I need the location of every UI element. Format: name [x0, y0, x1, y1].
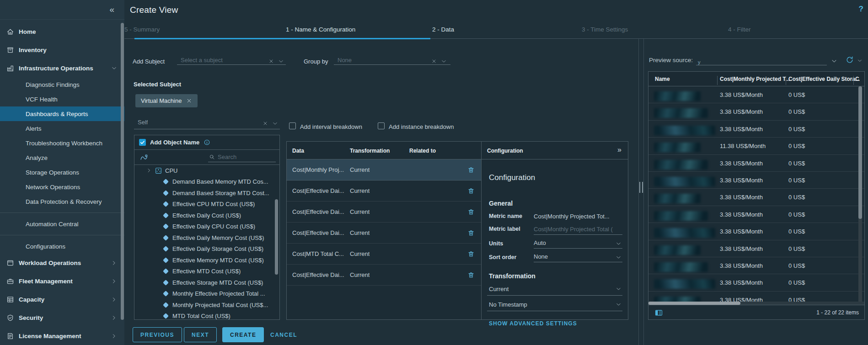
add-subject-combobox[interactable]: Select a subject: [177, 55, 286, 65]
table-row[interactable]: 3.38 US$/Month 0 US$: [648, 86, 864, 103]
remove-subject-icon[interactable]: [186, 98, 192, 104]
units-select[interactable]: Auto: [534, 239, 622, 249]
table-row[interactable]: 3.38 US$/Month 0 US$: [648, 257, 864, 274]
sort-order-select[interactable]: None: [534, 253, 622, 262]
add-object-name-checkbox[interactable]: [139, 139, 146, 146]
chevron-down-icon[interactable]: [857, 58, 863, 64]
wizard-step[interactable]: 1 - Name & Configuration: [286, 26, 355, 33]
create-button[interactable]: CREATE: [222, 327, 264, 342]
clear-icon[interactable]: [263, 121, 268, 126]
table-row[interactable]: 3.38 US$/Month 0 US$: [648, 155, 864, 172]
preview-horizontal-scrollbar[interactable]: [648, 302, 864, 305]
table-row[interactable]: 3.38 US$/Month 0 US$: [648, 206, 864, 223]
sidebar-item[interactable]: Dashboards & Reports: [0, 106, 124, 121]
metric-tree-item[interactable]: Effective Daily Cost (US$): [134, 210, 279, 221]
delete-icon[interactable]: [467, 250, 475, 258]
table-row[interactable]: Cost|Effective Dai... Current: [287, 180, 481, 202]
delete-icon[interactable]: [467, 271, 475, 279]
sidebar-collapse-icon[interactable]: «: [109, 5, 114, 15]
cancel-button[interactable]: CANCEL: [263, 327, 305, 342]
metric-tree-item[interactable]: Effective MTD Cost (US$): [134, 266, 279, 277]
sidebar-item[interactable]: Data Protection & Recovery: [0, 194, 124, 209]
metric-tree-item[interactable]: Monthly Projected Total Cost (US$...: [134, 299, 279, 311]
info-icon[interactable]: [204, 139, 210, 146]
sidebar-item[interactable]: Configurations: [0, 239, 124, 254]
table-row[interactable]: 3.38 US$/Month 0 US$: [648, 240, 864, 257]
collapse-panel-icon[interactable]: »: [617, 146, 622, 154]
metric-label-input[interactable]: Cost|Monthly Projected Total (: [534, 226, 622, 235]
metric-tree-item[interactable]: MTD Total Cost (US$): [134, 311, 279, 320]
transformation-select[interactable]: Current: [487, 285, 622, 296]
sidebar-item[interactable]: Fleet Management: [0, 272, 124, 290]
sidebar-item[interactable]: Automation Central: [0, 217, 124, 231]
table-row[interactable]: 11.38 US$/Month 0 US$: [648, 138, 864, 154]
group-by-combobox[interactable]: None: [334, 55, 450, 65]
sidebar-item[interactable]: License Management: [0, 327, 124, 345]
metric-tree-item[interactable]: Effective Memory MTD Cost (US$): [134, 255, 279, 266]
metric-tree-item[interactable]: Effective Storage MTD Cost (US$): [134, 277, 279, 288]
sidebar-item[interactable]: Alerts: [0, 121, 124, 136]
table-row[interactable]: 3.38 US$/Month 0 US$: [648, 274, 864, 291]
clear-icon[interactable]: [268, 58, 274, 64]
sidebar-item[interactable]: Infrastructure Operations: [0, 59, 124, 77]
refresh-icon[interactable]: [846, 56, 854, 64]
metric-tree-item[interactable]: Monthly Effective Projected Total ...: [134, 288, 279, 300]
delete-icon[interactable]: [467, 166, 475, 174]
metric-tree-item[interactable]: Effective Daily CPU Cost (US$): [134, 221, 279, 233]
instance-breakdown-checkbox[interactable]: [378, 122, 385, 129]
wizard-step[interactable]: 2 - Data: [432, 26, 454, 33]
metric-tree-item[interactable]: Effective Daily Memory Cost (US$): [134, 232, 279, 244]
wizard-step[interactable]: 5 - Summary: [124, 26, 160, 33]
search-input[interactable]: Search: [208, 152, 276, 162]
metric-tree-item[interactable]: Demand Based Storage MTD Cost...: [134, 187, 279, 199]
table-row[interactable]: Cost|Effective Dai... Current: [287, 202, 481, 223]
table-row[interactable]: Cost|Effective Dai... Current: [287, 223, 481, 244]
delete-icon[interactable]: [467, 208, 475, 216]
help-icon[interactable]: ?: [859, 5, 863, 14]
metric-tree-item[interactable]: Effective Daily Storage Cost (US$): [134, 244, 279, 255]
table-row[interactable]: 3.38 US$/Month 0 US$: [648, 223, 864, 240]
table-row[interactable]: 3.38 US$/Month 0 US$: [648, 103, 864, 120]
sidebar-item[interactable]: Network Operations: [0, 180, 124, 194]
splitter-drag-handle[interactable]: [639, 182, 643, 193]
chevron-down-icon[interactable]: [441, 58, 447, 64]
table-row[interactable]: 3.38 US$/Month 0 US$: [648, 121, 864, 138]
wizard-step[interactable]: 4 - Filter: [728, 26, 751, 33]
next-button[interactable]: NEXT: [184, 327, 217, 342]
preview-source-select[interactable]: [696, 65, 827, 65]
interval-breakdown-checkbox[interactable]: [289, 122, 296, 129]
table-row[interactable]: Cost|Monthly Proj... Current: [287, 159, 481, 180]
metric-tree-item[interactable]: Demand Based Memory MTD Cos...: [134, 176, 279, 188]
sidebar-item[interactable]: [0, 231, 124, 239]
table-row[interactable]: 3.38 US$/Month 0 US$: [648, 172, 864, 189]
chevron-down-icon[interactable]: [831, 58, 837, 64]
sidebar-scrollbar[interactable]: [121, 23, 124, 320]
metric-tree-group-cpu[interactable]: CPU: [134, 165, 279, 176]
sidebar-item[interactable]: Workload Operations: [0, 254, 124, 272]
chevron-down-icon[interactable]: [272, 121, 278, 127]
sidebar-item[interactable]: Analyze: [0, 150, 124, 165]
clear-icon[interactable]: [431, 58, 437, 64]
sidebar-item[interactable]: Capacity: [0, 290, 124, 308]
sidebar-item[interactable]: VCF Health: [0, 92, 124, 106]
show-advanced-settings-link[interactable]: SHOW ADVANCED SETTINGS: [489, 320, 577, 327]
delete-icon[interactable]: [467, 229, 475, 237]
sidebar-item[interactable]: Home: [0, 22, 124, 41]
sidebar-item[interactable]: Storage Operations: [0, 165, 124, 180]
chevron-right-icon[interactable]: [146, 168, 152, 173]
preview-vertical-scrollbar[interactable]: [858, 86, 862, 302]
sidebar-item[interactable]: Inventory: [0, 41, 124, 59]
timestamp-select[interactable]: No Timestamp: [487, 300, 622, 311]
metric-tree-scrollbar[interactable]: [275, 199, 278, 275]
sidebar-item[interactable]: Troubleshooting Workbench: [0, 136, 124, 150]
delete-icon[interactable]: [467, 187, 475, 195]
table-row[interactable]: 3.38 US$/Month 0 US$: [648, 292, 864, 302]
table-row[interactable]: Cost|MTD Total C... Current: [287, 244, 481, 265]
sidebar-item[interactable]: [0, 209, 124, 217]
relationship-select[interactable]: Self: [134, 117, 280, 129]
column-manager-icon[interactable]: [655, 309, 663, 317]
table-row[interactable]: 3.38 US$/Month 0 US$: [648, 189, 864, 206]
previous-button[interactable]: PREVIOUS: [133, 327, 182, 342]
metric-tree-item[interactable]: Effective CPU MTD Cost (US$): [134, 199, 279, 210]
sidebar-item[interactable]: Diagnostic Findings: [0, 77, 124, 92]
